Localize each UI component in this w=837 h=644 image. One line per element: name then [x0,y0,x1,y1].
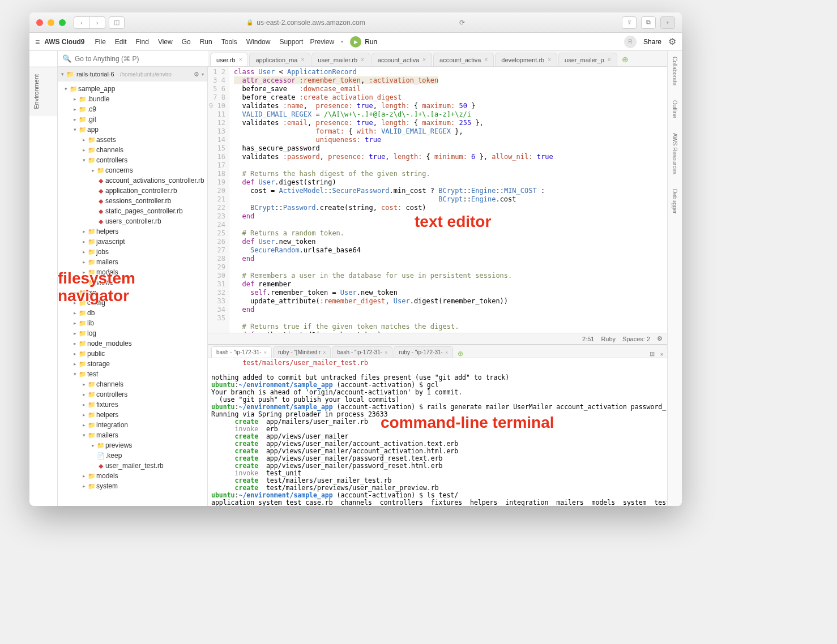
close-tab-icon[interactable]: × [323,350,326,355]
environment-tab[interactable]: Environment [29,67,57,116]
tree-item[interactable]: ▸📁previews [58,440,207,450]
tree-item[interactable]: 📄.keep [58,450,207,461]
project-root[interactable]: ▾ 📁 rails-tutorial-6 - /home/ubuntu/envi… [58,67,207,81]
editor-tab[interactable]: user.rb× [210,53,248,66]
tree-item[interactable]: ▸📁bin [58,287,207,298]
editor-tab[interactable]: user_mailer.rb× [311,53,370,66]
tree-item[interactable]: ▸📁lib [58,318,207,328]
code-content[interactable]: class User < ApplicationRecord attr_acce… [229,67,667,333]
tree-item[interactable]: ▸📁fixtures [58,400,207,410]
settings-gear-icon[interactable]: ⚙ [668,36,676,47]
language-mode[interactable]: Ruby [601,336,616,342]
editor-tab[interactable]: application_ma× [249,53,310,66]
tree-item[interactable]: ▸📁.git [58,114,207,124]
forward-button[interactable]: › [89,16,105,29]
tree-item[interactable]: ▸📁node_modules [58,338,207,349]
terminal-tab[interactable]: ruby - "[Minitest r× [273,346,331,358]
project-gear-icon[interactable]: ⚙ [194,71,199,78]
address-bar[interactable]: 🔒 us-east-2.console.aws.amazon.com ⟳ [246,19,464,27]
new-terminal-icon[interactable]: ⊕ [458,350,463,358]
tree-item[interactable]: ◆static_pages_controller.rb [58,206,207,216]
tree-item[interactable]: ▾📁controllers [58,155,207,165]
reload-icon[interactable]: ⟳ [459,19,465,27]
tree-item[interactable]: ▸📁public [58,349,207,359]
menu-tools[interactable]: Tools [217,36,242,48]
tree-item[interactable]: ▸📁db [58,308,207,318]
tree-item[interactable]: ▸📁concerns [58,165,207,175]
close-tab-icon[interactable]: × [385,350,387,355]
tree-item[interactable]: ▸📁log [58,328,207,338]
close-tab-icon[interactable]: × [445,350,448,355]
close-window-icon[interactable] [36,19,43,26]
tree-item[interactable]: ▸📁channels [58,145,207,155]
tree-item[interactable]: ▸📁config [58,298,207,308]
tree-item[interactable]: ◆users_controller.rb [58,216,207,226]
close-tab-icon[interactable]: × [239,57,242,63]
tree-item[interactable]: ▸📁channels [58,379,207,389]
menu-find[interactable]: Find [131,36,153,48]
tree-item[interactable]: ◆application_controller.rb [58,186,207,196]
terminal-tab[interactable]: bash - "ip-172-31-× [211,346,272,358]
preview-button[interactable]: Preview [310,38,334,46]
avatar[interactable]: R [624,36,637,48]
tree-item[interactable]: ▸📁integration [58,420,207,430]
tree-item[interactable]: ▾📁mailers [58,430,207,440]
tree-item[interactable]: ▸📁system [58,481,207,491]
rail-collaborate[interactable]: Collaborate [671,54,679,88]
tree-item[interactable]: ◆user_mailer_test.rb [58,461,207,471]
menu-run[interactable]: Run [195,36,217,48]
terminal-output[interactable]: test/mailers/user_mailer_test.rb nothing… [208,358,667,506]
menu-window[interactable]: Window [242,36,275,48]
close-tab-icon[interactable]: × [608,57,611,63]
editor-tab[interactable]: account_activa× [433,53,494,66]
file-tree[interactable]: ▾📁sample_app▸📁.bundle▸📁.c9▸📁.git▾📁app▸📁a… [58,81,207,506]
back-button[interactable]: ‹ [74,16,89,29]
indent-setting[interactable]: Spaces: 2 [622,336,650,342]
menu-edit[interactable]: Edit [110,36,131,48]
menu-view[interactable]: View [153,36,177,48]
sidebar-toggle-button[interactable]: ◫ [109,16,125,29]
editor-tab[interactable]: development.rb× [495,53,557,66]
tree-item[interactable]: ▸📁models [58,471,207,481]
hamburger-icon[interactable]: ≡ [35,37,40,46]
close-tab-icon[interactable]: × [264,350,267,355]
zoom-window-icon[interactable] [59,19,66,26]
minimize-window-icon[interactable] [48,19,54,26]
menu-go[interactable]: Go [177,36,195,48]
terminal-tab[interactable]: bash - "ip-172-31-× [332,346,392,358]
terminal-tab[interactable]: ruby - "ip-172-31-× [394,346,453,358]
tree-item[interactable]: ▾📁sample_app [58,84,207,94]
rail-debugger[interactable]: Debugger [671,187,679,216]
tabs-icon[interactable]: ⧉ [641,16,656,29]
preview-dropdown-icon[interactable]: ▾ [341,39,343,44]
panel-layout-icon[interactable]: ⊞ [650,350,655,358]
share-icon[interactable]: ⇪ [622,16,637,29]
menu-support[interactable]: Support [275,36,308,48]
tree-item[interactable]: ▸📁.bundle [58,94,207,104]
code-editor[interactable]: 1 2 3 4 5 6 7 8 9 10 11 12 13 14 15 16 1… [208,67,667,333]
menu-file[interactable]: File [91,36,110,48]
tree-item[interactable]: ▸📁.c9 [58,104,207,114]
close-tab-icon[interactable]: × [422,57,426,63]
tree-item[interactable]: ▸📁jobs [58,247,207,257]
tree-item[interactable]: ▸📁mailers [58,257,207,267]
tree-item[interactable]: ▸📁storage [58,359,207,369]
tree-item[interactable]: ◆sessions_controller.rb [58,196,207,206]
tree-item[interactable]: ▸📁assets [58,135,207,145]
close-tab-icon[interactable]: × [361,57,364,63]
new-tab-button[interactable]: ⊕ [618,53,632,66]
tree-item[interactable]: ▸📁helpers [58,410,207,420]
rail-outline[interactable]: Outline [671,98,679,121]
close-tab-icon[interactable]: × [301,57,304,63]
close-tab-icon[interactable]: × [485,57,488,63]
editor-tab[interactable]: user_mailer_p× [558,53,617,66]
tree-item[interactable]: ▸📁controllers [58,389,207,400]
tree-item[interactable]: ▸📁models [58,267,207,277]
new-tab-button[interactable]: + [660,16,675,29]
editor-tab[interactable]: account_activa× [371,53,432,66]
run-button[interactable]: ▶ Run [350,36,377,48]
close-panel-icon[interactable]: × [660,351,664,358]
tree-item[interactable]: ▾📁test [58,369,207,379]
share-button[interactable]: Share [643,38,661,46]
tree-item[interactable]: ◆account_activations_controller.rb [58,175,207,186]
